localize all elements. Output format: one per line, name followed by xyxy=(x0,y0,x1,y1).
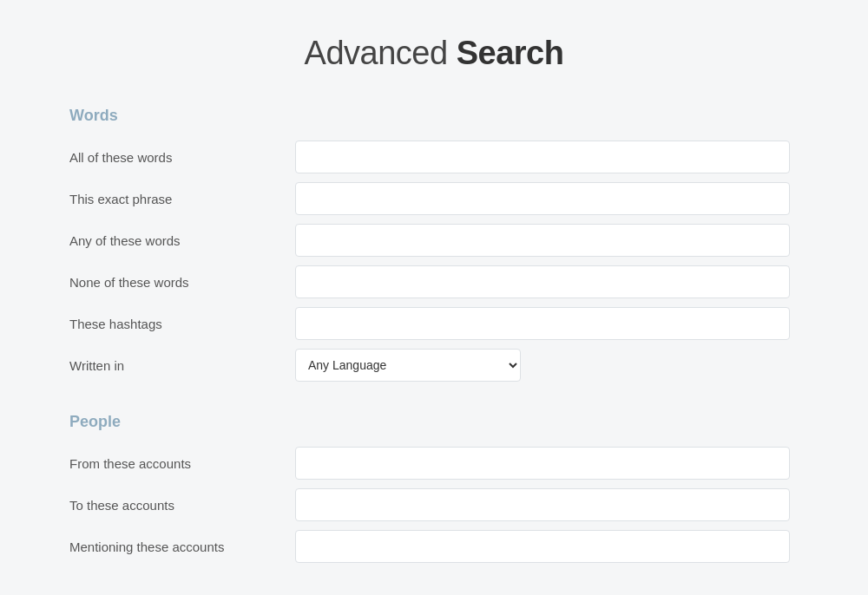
label-all-words: All of these words xyxy=(69,150,295,165)
sections-container: WordsAll of these wordsThis exact phrase… xyxy=(69,107,799,563)
label-to-accounts: To these accounts xyxy=(69,498,295,513)
section-header-words: Words xyxy=(69,107,799,125)
form-row-to-accounts: To these accounts xyxy=(69,488,799,521)
page-title-bold: Search xyxy=(457,35,564,71)
section-header-people: People xyxy=(69,413,799,431)
label-hashtags: These hashtags xyxy=(69,317,295,331)
label-mentioning-accounts: Mentioning these accounts xyxy=(69,539,295,554)
page-title-normal: Advanced xyxy=(305,35,457,71)
input-mentioning-accounts[interactable] xyxy=(295,530,790,563)
section-words: WordsAll of these wordsThis exact phrase… xyxy=(69,107,799,382)
form-row-all-words: All of these words xyxy=(69,141,799,173)
form-row-mentioning-accounts: Mentioning these accounts xyxy=(69,530,799,563)
input-none-words[interactable] xyxy=(295,265,790,298)
input-from-accounts[interactable] xyxy=(295,447,790,480)
form-row-hashtags: These hashtags xyxy=(69,307,799,340)
input-hashtags[interactable] xyxy=(295,307,790,340)
form-row-none-words: None of these words xyxy=(69,265,799,298)
form-row-any-words: Any of these words xyxy=(69,224,799,257)
input-any-words[interactable] xyxy=(295,224,790,257)
input-exact-phrase[interactable] xyxy=(295,182,790,215)
label-any-words: Any of these words xyxy=(69,233,295,248)
page-container: Advanced Search WordsAll of these wordsT… xyxy=(17,0,851,595)
form-row-exact-phrase: This exact phrase xyxy=(69,182,799,215)
page-title: Advanced Search xyxy=(69,35,799,72)
input-all-words[interactable] xyxy=(295,141,790,173)
select-language[interactable]: Any LanguageEnglishSpanishFrenchGermanJa… xyxy=(295,349,521,382)
label-language: Written in xyxy=(69,358,295,373)
form-row-from-accounts: From these accounts xyxy=(69,447,799,480)
input-to-accounts[interactable] xyxy=(295,488,790,521)
form-row-language: Written inAny LanguageEnglishSpanishFren… xyxy=(69,349,799,382)
label-from-accounts: From these accounts xyxy=(69,456,295,471)
label-exact-phrase: This exact phrase xyxy=(69,192,295,206)
section-people: PeopleFrom these accountsTo these accoun… xyxy=(69,413,799,563)
label-none-words: None of these words xyxy=(69,275,295,290)
